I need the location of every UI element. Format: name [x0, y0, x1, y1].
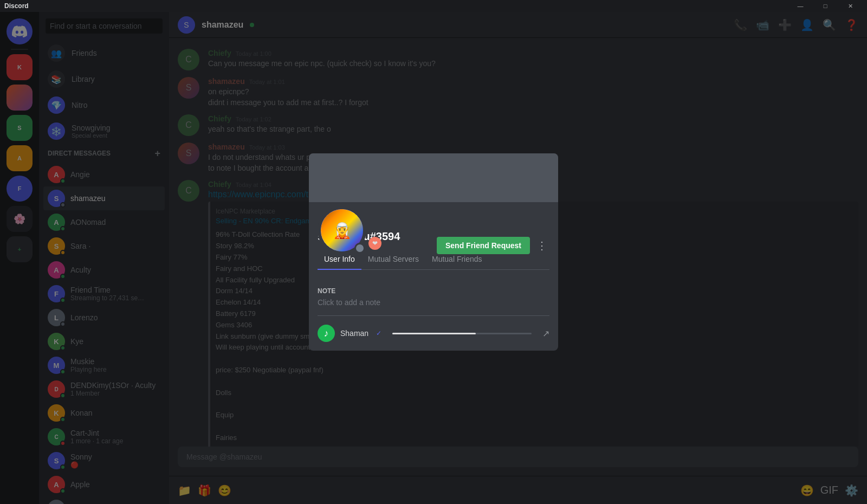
- titlebar: Discord — □ ✕: [0, 0, 867, 12]
- spotify-verified-badge: ✓: [376, 329, 381, 337]
- close-button[interactable]: ✕: [838, 0, 863, 12]
- window-controls: — □ ✕: [788, 0, 863, 12]
- spotify-progress-fill: [392, 333, 476, 334]
- app-title: Discord: [4, 2, 29, 10]
- profile-banner: [309, 153, 558, 202]
- profile-divider: [318, 315, 549, 316]
- profile-action-buttons: Send Friend Request ⋮: [437, 237, 549, 254]
- spotify-icon: ♪: [318, 325, 335, 342]
- profile-status-indicator: [354, 243, 365, 254]
- tab-mutual-servers[interactable]: Mutual Servers: [361, 249, 425, 270]
- spotify-external-link[interactable]: ↗: [542, 328, 549, 339]
- send-friend-request-button[interactable]: Send Friend Request: [437, 237, 530, 254]
- profile-avatar-container: 🧝: [318, 206, 366, 255]
- profile-popup: 🧝 ❤ Send Friend Request ⋮ shamazeu#3594 …: [309, 153, 558, 351]
- spotify-progress-bar: [392, 333, 532, 334]
- maximize-button[interactable]: □: [813, 0, 838, 12]
- profile-badge: ❤: [368, 237, 381, 250]
- note-input[interactable]: Click to add a note: [318, 298, 549, 307]
- more-options-button[interactable]: ⋮: [534, 237, 549, 254]
- spotify-activity-row: ♪ Shaman ✓ ↗: [318, 325, 549, 342]
- profile-body: NOTE Click to add a note ♪ Shaman ✓ ↗: [309, 279, 558, 351]
- minimize-button[interactable]: —: [788, 0, 813, 12]
- note-label: NOTE: [318, 287, 549, 295]
- spotify-track-name: Shaman: [340, 329, 368, 338]
- profile-badge-area: ❤: [368, 237, 381, 250]
- profile-top: 🧝 ❤ Send Friend Request ⋮ shamazeu#3594 …: [309, 230, 558, 279]
